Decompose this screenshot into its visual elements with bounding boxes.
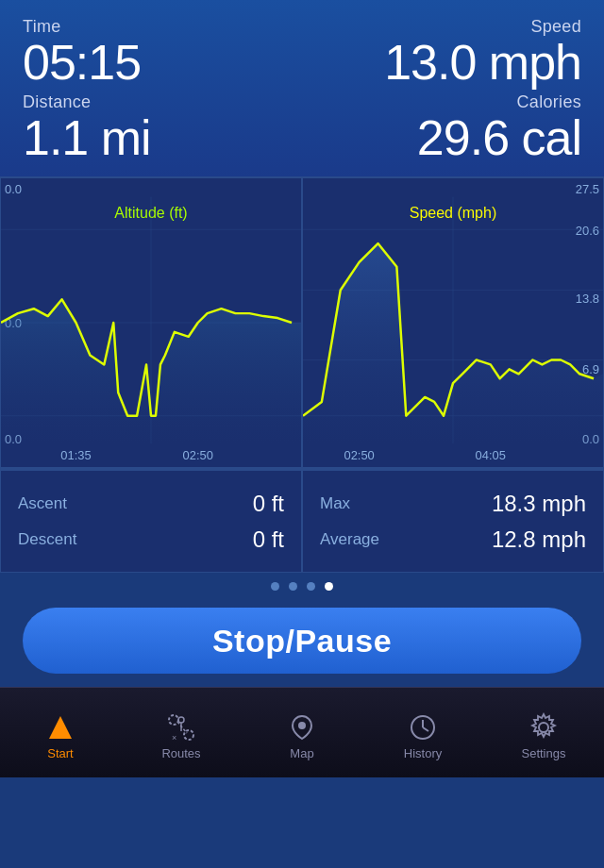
time-group: Time 05:15 [23,17,141,89]
map-icon [287,712,317,743]
average-label: Average [320,530,379,549]
chart-section: 0.0 0.0 0.0 Altitude (ft) [0,176,604,469]
dot-2 [289,582,297,591]
dot-4-active [325,582,333,591]
distance-label: Distance [23,92,151,112]
descent-label: Descent [18,530,76,549]
time-label: Time [23,17,141,37]
average-value: 12.8 mph [492,526,586,553]
max-row: Max 18.3 mph [320,491,586,517]
tab-start[interactable]: Start [0,705,121,760]
altitude-svg: 01:35 02:50 [1,178,301,467]
stats-panel: Ascent 0 ft Descent 0 ft Max 18.3 mph Av… [0,469,604,573]
svg-text:02:50: 02:50 [344,448,374,462]
speed-svg: 02:50 04:05 [303,178,603,467]
altitude-chart: 0.0 0.0 0.0 Altitude (ft) [0,177,302,468]
tab-routes[interactable]: × Routes [121,705,242,760]
distance-group: Distance 1.1 mi [23,92,151,164]
tab-settings[interactable]: Settings [483,705,604,760]
history-icon [408,712,438,743]
speed-stats: Max 18.3 mph Average 12.8 mph [302,470,604,573]
tab-history-label: History [404,746,442,760]
settings-icon [528,712,559,743]
svg-point-16 [169,715,178,725]
descent-row: Descent 0 ft [18,526,284,553]
max-label: Max [320,494,350,513]
svg-point-17 [184,730,193,740]
elevation-stats: Ascent 0 ft Descent 0 ft [0,470,302,573]
tab-map-label: Map [290,746,313,760]
ascent-label: Ascent [18,494,67,513]
page-dots [0,573,604,598]
stop-pause-button[interactable]: Stop/Pause [23,608,581,674]
header: Time 05:15 Speed 13.0 mph Distance 1.1 m… [0,0,604,176]
dot-3 [307,582,315,591]
ascent-row: Ascent 0 ft [18,491,284,517]
max-value: 18.3 mph [492,491,586,517]
svg-text:01:35: 01:35 [60,448,91,462]
tab-settings-label: Settings [522,746,566,760]
calories-group: Calories 29.6 cal [417,92,581,164]
speed-label: Speed [384,17,581,37]
speed-chart: 27.5 20.6 13.8 6.9 0.0 Speed (mph) [302,177,604,468]
tab-bar: Start × Routes Map History [0,687,604,777]
svg-point-26 [539,723,548,732]
svg-line-18 [177,722,187,733]
calories-value: 29.6 cal [417,112,581,164]
calories-label: Calories [417,92,581,112]
svg-text:04:05: 04:05 [476,448,506,462]
average-row: Average 12.8 mph [320,526,586,553]
distance-value: 1.1 mi [23,112,151,164]
ascent-value: 0 ft [253,491,284,517]
svg-marker-15 [49,716,72,739]
svg-line-25 [423,727,428,731]
tab-history[interactable]: History [362,705,483,760]
time-value: 05:15 [23,37,141,89]
svg-text:02:50: 02:50 [183,448,213,462]
speed-value: 13.0 mph [384,37,581,89]
start-icon [45,712,76,743]
svg-point-22 [298,722,306,729]
stop-button-wrapper: Stop/Pause [0,598,604,687]
speed-group: Speed 13.0 mph [384,17,581,89]
descent-value: 0 ft [253,526,284,553]
tab-map[interactable]: Map [242,705,362,760]
svg-text:×: × [172,733,176,743]
routes-icon: × [166,712,196,743]
tab-routes-label: Routes [161,746,200,760]
dot-1 [271,582,279,591]
tab-start-label: Start [47,746,73,760]
